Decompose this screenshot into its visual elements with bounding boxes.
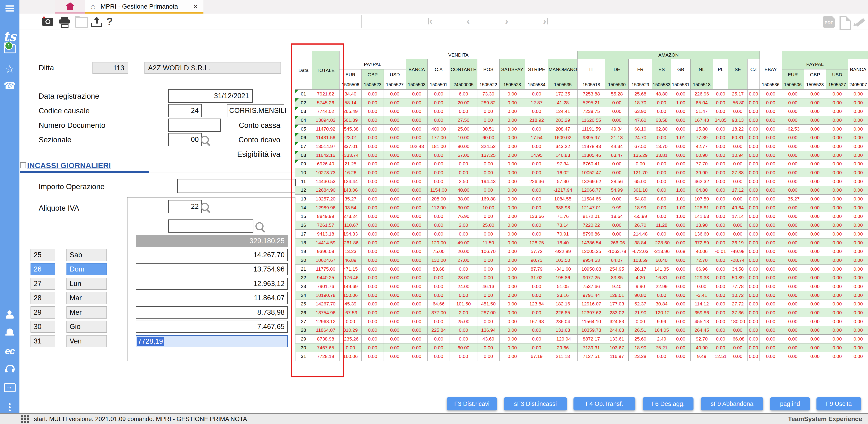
grid-cell[interactable]: 233.02 — [605, 308, 629, 317]
grid-cell[interactable]: 0.00 — [804, 90, 826, 98]
grid-cell[interactable]: 34.58 — [728, 264, 747, 273]
grid-cell[interactable]: 0.00 — [747, 203, 760, 212]
grid-cell[interactable]: 25.68 — [629, 90, 652, 98]
grid-cell[interactable]: 0.00 — [848, 335, 868, 343]
grid-cell[interactable]: 167.98 — [525, 317, 548, 326]
day-number[interactable]: 31 — [31, 335, 55, 347]
grid-cell[interactable]: 0.00 — [671, 160, 690, 168]
grid-cell[interactable]: 0.00 — [782, 151, 804, 160]
grid-cell[interactable]: 28.56 — [605, 177, 629, 186]
grid-cell[interactable]: 0.00 — [362, 133, 384, 142]
grid-cell[interactable]: 0.00 — [362, 116, 384, 125]
grid-cell[interactable]: 0.00 — [362, 186, 384, 195]
grid-cell[interactable]: 0.00 — [384, 335, 406, 343]
grid-cell[interactable]: 11978.43 — [578, 142, 605, 151]
grid-cell[interactable]: 11642.16 — [312, 151, 340, 160]
grid-cell[interactable]: 0.00 — [362, 273, 384, 282]
grid-cell[interactable]: 0.00 — [782, 343, 804, 352]
grid-cell[interactable]: 0.00 — [728, 326, 747, 335]
grid-cell[interactable]: 0.00 — [406, 326, 428, 335]
grid-cell[interactable]: 0.00 — [747, 230, 760, 238]
grid-cell[interactable]: 4.20 — [629, 273, 652, 282]
grid-cell[interactable]: 0.00 — [690, 282, 713, 291]
grid-cell[interactable]: 0.00 — [500, 98, 525, 107]
grid-cell[interactable]: 60.40 — [652, 256, 671, 265]
grid-cell[interactable]: 0.00 — [500, 230, 525, 238]
grid-cell[interactable]: 0.00 — [671, 90, 690, 98]
grid-cell[interactable]: 0.00 — [525, 282, 548, 291]
grid-cell[interactable]: 9413.18 — [312, 230, 340, 238]
grid-cell[interactable]: 14386.54 — [578, 238, 605, 247]
grid-cell[interactable]: 0.00 — [713, 273, 728, 282]
grid-cell[interactable]: 0.00 — [477, 352, 500, 361]
codice-causale-input[interactable]: 24 — [168, 104, 202, 117]
grid-cell[interactable]: 0.00 — [362, 308, 384, 317]
grid-cell[interactable]: 0.00 — [384, 151, 406, 160]
grid-cell[interactable]: 0.00 — [728, 230, 747, 238]
grid-cell[interactable]: 26.70 — [629, 221, 652, 230]
grid-cell[interactable]: 0.00 — [406, 124, 428, 133]
grid-cell[interactable]: 0.00 — [760, 291, 782, 300]
grid-cell[interactable]: 133.61 — [605, 335, 629, 343]
grid-cell[interactable]: 51.47 — [690, 107, 713, 116]
grid-cell[interactable]: 0.00 — [671, 264, 690, 273]
grid-cell[interactable]: -110.67 — [340, 221, 362, 230]
grid-cell[interactable]: 0.00 — [525, 291, 548, 300]
aliquota-input[interactable]: 22 — [168, 200, 202, 213]
grid-cell[interactable]: 0.00 — [804, 264, 826, 273]
grid-cell[interactable]: 0.00 — [500, 160, 525, 168]
grid-cell[interactable]: 73.30 — [477, 90, 500, 98]
footer-button-f4-op-transf-[interactable]: F4 Op.Transf. — [574, 397, 636, 411]
grid-cell[interactable]: 0.00 — [713, 124, 728, 133]
grid-cell[interactable]: 0.00 — [525, 142, 548, 151]
grid-cell[interactable]: 0.00 — [782, 203, 804, 212]
grid-cell[interactable]: 0.00 — [826, 291, 848, 300]
grid-day-cell[interactable]: 06 — [295, 133, 312, 142]
favorite-tab-icon[interactable]: ☆ — [90, 2, 96, 11]
grid-cell[interactable]: 0.00 — [477, 343, 500, 352]
grid-cell[interactable]: 9077.25 — [578, 273, 605, 282]
grid-cell[interactable]: 72.70 — [690, 256, 713, 265]
grid-cell[interactable]: 0.00 — [384, 300, 406, 308]
grid-cell[interactable]: 1.01 — [671, 195, 690, 203]
grid-cell[interactable]: 0.00 — [500, 116, 525, 125]
grid-cell[interactable]: 11620.55 — [578, 116, 605, 125]
aliquota2-input[interactable] — [168, 220, 253, 233]
grid-cell[interactable]: 67.50 — [629, 142, 652, 151]
grid-cell[interactable]: 0.00 — [747, 195, 760, 203]
grid-cell[interactable]: 0.00 — [671, 116, 690, 125]
grid-cell[interactable]: 0.00 — [760, 273, 782, 282]
grid-cell[interactable]: 0.00 — [848, 256, 868, 265]
grid-cell[interactable]: 0.00 — [760, 107, 782, 116]
grid-cell[interactable]: 0.00 — [804, 343, 826, 352]
grid-cell[interactable]: 0.00 — [848, 168, 868, 177]
grid-cell[interactable]: 41.28 — [548, 98, 578, 107]
grid-cell[interactable]: 11431.56 — [312, 133, 340, 142]
grid-cell[interactable]: 0.00 — [747, 317, 760, 326]
day-number[interactable]: 27 — [31, 278, 55, 290]
grid-cell[interactable]: 24.70 — [629, 133, 652, 142]
grid-cell[interactable]: 0.00 — [804, 221, 826, 230]
grid-cell[interactable]: 0.00 — [804, 247, 826, 256]
grid-cell[interactable]: 0.00 — [428, 343, 450, 352]
grid-cell[interactable]: 18.99 — [629, 203, 652, 212]
grid-cell[interactable]: 0.00 — [406, 238, 428, 247]
grid-cell[interactable]: 8738.98 — [312, 335, 340, 343]
grid-cell[interactable]: 0.00 — [782, 160, 804, 168]
grid-cell[interactable]: 0.00 — [713, 308, 728, 317]
grid-cell[interactable]: 23.16 — [548, 291, 578, 300]
day-name[interactable]: Gio — [66, 320, 107, 333]
grid-cell[interactable]: 39.90 — [690, 168, 713, 177]
grid-cell[interactable]: 0.00 — [826, 177, 848, 186]
grid-cell[interactable]: 462.32 — [690, 177, 713, 186]
grid-cell[interactable]: 0.00 — [760, 124, 782, 133]
grid-cell[interactable]: 0.00 — [713, 160, 728, 168]
grid-cell[interactable]: 0.00 — [782, 264, 804, 273]
grid-cell[interactable]: 0.00 — [362, 168, 384, 177]
grid-cell[interactable]: 12916.07 — [578, 300, 605, 308]
grid-cell[interactable]: 7537.66 — [578, 282, 605, 291]
grid-cell[interactable]: 0.00 — [340, 343, 362, 352]
new-document-icon[interactable] — [839, 16, 851, 30]
grid-cell[interactable]: 0.00 — [804, 203, 826, 212]
grid-cell[interactable]: 0.00 — [477, 186, 500, 195]
